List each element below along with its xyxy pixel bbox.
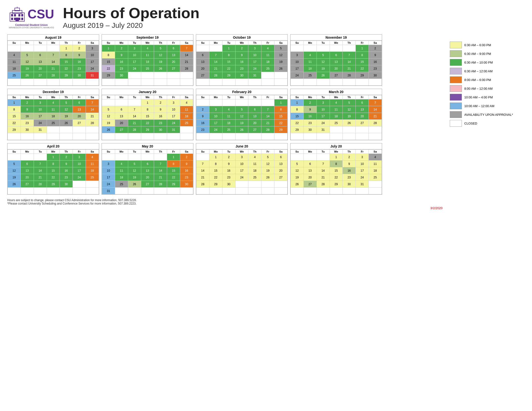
table-row: 27 — [304, 181, 316, 188]
table-row: 12 — [275, 52, 287, 58]
table-row: 2 — [196, 106, 209, 113]
table-row: 1 — [167, 154, 180, 160]
calendar-row-3: April 20 SuMoTuWeThFrSa 1 2 3 4 — [7, 143, 443, 195]
table-row — [180, 126, 193, 133]
table-row: 8 — [102, 52, 115, 58]
table-row: 7 — [86, 99, 99, 106]
table-row: 29 — [209, 181, 222, 188]
svg-rect-7 — [21, 14, 23, 17]
table-row: 30 — [73, 72, 86, 79]
table-row: 2 — [304, 99, 316, 106]
col-su: Su — [8, 41, 21, 45]
table-row: 31 — [167, 126, 180, 133]
legend-area: 6:30 AM – 6:00 PM 6:30 AM – 9:00 PM 6:30… — [450, 34, 525, 210]
table-row — [20, 133, 34, 140]
table-row: 24 — [248, 65, 261, 72]
table-row — [141, 154, 154, 160]
table-row — [180, 133, 193, 140]
calendar-may20: May 20 SuMoTuWeThFrSa 1 2 — [102, 143, 193, 195]
table-row: 29 — [356, 72, 369, 79]
cal-table-dec19: SuMoTuWeThFrSa 1 2 3 4 5 6 7 8 9 10 — [8, 95, 99, 140]
table-row: 5 — [128, 160, 141, 167]
table-row: 2 — [73, 45, 86, 52]
cal-table-aug19: Su Mo Tu We Th Fr Sa 1 2 — [8, 41, 99, 86]
table-row: 1 — [102, 45, 115, 52]
legend-item-0: 6:30 AM – 6:00 PM — [450, 42, 525, 48]
table-row: 28 — [369, 120, 382, 126]
table-row: 29 — [291, 126, 304, 133]
svg-rect-12 — [16, 18, 19, 21]
cal-title-may20: May 20 — [102, 143, 193, 149]
svg-rect-11 — [21, 18, 23, 20]
table-row: 21 — [261, 120, 275, 126]
table-row: 27 — [115, 126, 128, 133]
legend-swatch-gray — [450, 111, 462, 118]
svg-rect-6 — [18, 14, 20, 17]
table-row: 8 — [330, 160, 343, 167]
table-row — [304, 79, 316, 86]
table-row — [330, 126, 343, 133]
table-row — [356, 188, 369, 194]
table-row: 14 — [128, 113, 141, 120]
legend-item-8: AVAILABILITY UPON APPROVAL* — [450, 111, 525, 118]
table-row — [222, 133, 235, 140]
legend-item-7: 10:00 AM – 12:00 AM — [450, 103, 525, 109]
table-row: 18 — [330, 113, 343, 120]
table-row: 13 — [356, 106, 369, 113]
csu-logo-icon — [9, 6, 26, 22]
table-row: 28 — [180, 65, 193, 72]
table-row: 9 — [343, 160, 356, 167]
table-row: 31 — [248, 72, 261, 79]
table-row: 6 — [356, 99, 369, 106]
legend-label-2: 6:30 AM – 10:00 PM — [464, 61, 493, 64]
table-row: 13 — [141, 167, 154, 174]
table-row — [167, 133, 180, 140]
table-row — [261, 79, 275, 86]
table-row: 4 — [248, 154, 261, 160]
table-row: 10 — [356, 160, 369, 167]
cal-title-jun20: June 20 — [196, 143, 287, 149]
table-row: 17 — [235, 167, 248, 174]
table-row: 21 — [209, 65, 222, 72]
table-row: 17 — [248, 58, 261, 65]
legend-label-8: AVAILABILITY UPON APPROVAL* — [464, 113, 513, 117]
table-row — [196, 133, 209, 140]
table-row: 21 — [154, 174, 167, 181]
table-row: 12 — [316, 58, 330, 65]
table-row — [222, 99, 235, 106]
table-row: 7 — [196, 160, 209, 167]
table-row — [291, 188, 304, 194]
table-row: 21 — [316, 174, 330, 181]
table-row: 3 — [248, 45, 261, 52]
table-row: 8 — [356, 52, 369, 58]
table-row: 22 — [47, 174, 60, 181]
table-row: 31 — [86, 72, 99, 79]
table-row: 19 — [235, 120, 248, 126]
table-row: 22 — [60, 65, 73, 72]
table-row — [154, 133, 167, 140]
table-row — [222, 79, 235, 86]
svg-rect-4 — [11, 14, 13, 17]
cal-table-nov19: SuMoTuWeThFrSa 1 2 3 4 5 — [290, 41, 382, 86]
table-row: 16 — [115, 58, 128, 65]
table-row: 7 — [343, 52, 356, 58]
table-row: 10 — [167, 106, 180, 113]
table-row: 12 — [235, 113, 248, 120]
table-row — [154, 188, 167, 194]
calendar-dec19: December 19 SuMoTuWeThFrSa 1 2 3 4 5 6 7 — [7, 89, 99, 140]
table-row: 9 — [180, 160, 193, 167]
table-row: 13 — [73, 106, 86, 113]
footer-date: 3/2/2020 — [7, 206, 443, 210]
main-content: August 19 Su Mo Tu We Th Fr Sa — [7, 34, 525, 210]
table-row: 7 — [369, 99, 382, 106]
table-row: 5 — [154, 45, 167, 52]
table-row: 1 — [291, 99, 304, 106]
table-row — [291, 133, 304, 140]
table-row: 26 — [316, 72, 330, 79]
table-row: 15 — [275, 113, 287, 120]
table-row — [261, 181, 275, 188]
table-row: 10 — [86, 52, 99, 58]
table-row: 10 — [291, 58, 304, 65]
table-row: 2 — [60, 154, 73, 160]
table-row — [128, 133, 141, 140]
